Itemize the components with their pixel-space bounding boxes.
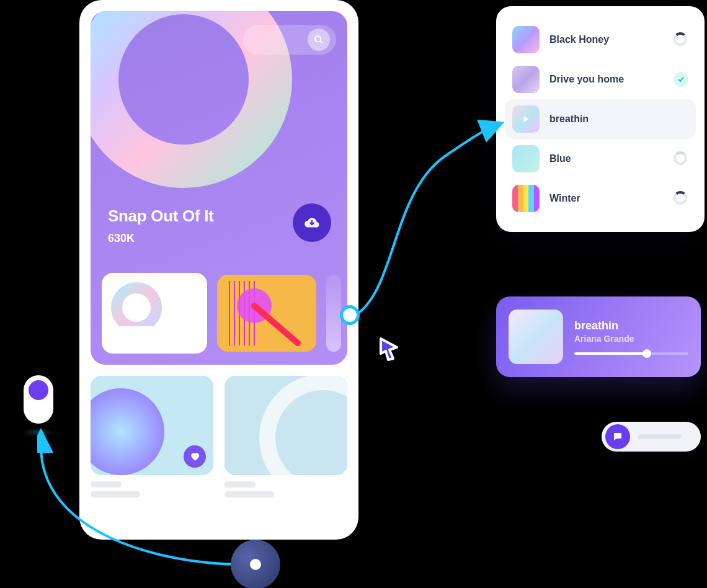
now-playing-thumbnail <box>509 310 563 364</box>
chat-button[interactable] <box>605 424 630 449</box>
download-button[interactable] <box>293 203 331 242</box>
connector-knob-dot <box>250 559 261 570</box>
check-icon <box>677 76 685 83</box>
skeleton-line <box>91 481 122 488</box>
tile-group <box>225 376 347 497</box>
track-thumbnail <box>512 105 540 133</box>
play-icon <box>522 115 530 123</box>
track-thumbnail <box>512 145 540 172</box>
track-row[interactable]: Blue <box>505 139 696 179</box>
hero-card: Snap Out Of It 630K <box>91 11 347 365</box>
now-playing-title: breathin <box>574 319 688 332</box>
grid-tile[interactable] <box>225 376 347 475</box>
track-row[interactable]: Winter <box>505 179 696 218</box>
skeleton-line <box>638 434 681 439</box>
loading-ring-icon <box>674 151 687 165</box>
search-icon <box>314 35 324 45</box>
grid-tile[interactable] <box>91 376 213 475</box>
toggle-glow <box>22 428 55 437</box>
hero-carousel[interactable] <box>102 273 341 354</box>
track-thumbnail <box>512 185 540 212</box>
now-playing-info: breathin Ariana Grande <box>574 319 688 355</box>
skeleton-line <box>91 491 140 497</box>
progress-bar[interactable] <box>574 352 688 355</box>
loading-ring-icon <box>674 191 687 205</box>
done-badge <box>674 72 688 87</box>
tile-meta <box>91 481 213 497</box>
carousel-card[interactable] <box>102 273 207 354</box>
carousel-card-peek[interactable] <box>326 275 341 352</box>
skeleton-line <box>225 491 274 497</box>
phone-frame: Snap Out Of It 630K <box>79 0 358 540</box>
toggle-switch[interactable] <box>24 375 53 424</box>
connector-knob <box>231 540 280 588</box>
now-playing-card[interactable]: breathin Ariana Grande <box>496 296 701 377</box>
chat-pill[interactable] <box>602 422 701 452</box>
track-status <box>674 72 688 87</box>
track-title: Winter <box>549 193 664 204</box>
track-status <box>674 191 688 206</box>
track-thumbnail <box>512 26 540 53</box>
track-title: Drive you home <box>549 74 664 85</box>
track-title: Black Honey <box>549 34 664 45</box>
thumbnail-artwork <box>105 277 167 326</box>
now-playing-artist: Ariana Grande <box>574 334 688 344</box>
connector-node <box>340 305 360 325</box>
hero-info: Snap Out Of It 630K <box>108 207 214 245</box>
track-row[interactable]: Black Honey <box>505 20 696 60</box>
hero-count: 630K <box>108 232 214 245</box>
thumbnail-artwork <box>217 275 316 352</box>
playlist-panel: Black Honey Drive you home breathin Blue… <box>496 6 705 232</box>
svg-line-2 <box>320 41 322 43</box>
svg-marker-17 <box>524 116 529 122</box>
cursor-icon <box>376 335 401 365</box>
track-thumbnail <box>512 66 540 93</box>
track-status <box>674 32 688 47</box>
tile-group <box>91 376 213 497</box>
track-row-selected[interactable]: breathin <box>505 99 696 139</box>
svg-point-3 <box>117 288 156 326</box>
progress-fill <box>574 352 645 355</box>
carousel-card[interactable] <box>217 275 316 352</box>
track-row[interactable]: Drive you home <box>505 60 696 99</box>
loading-ring-icon <box>674 32 687 46</box>
tile-grid <box>91 376 347 497</box>
heart-icon <box>190 452 200 461</box>
svg-point-1 <box>315 36 321 42</box>
track-status <box>674 151 688 166</box>
search-button[interactable] <box>308 29 330 51</box>
tile-meta <box>225 481 347 497</box>
chat-icon <box>612 431 623 442</box>
favorite-button[interactable] <box>184 445 206 468</box>
hero-title: Snap Out Of It <box>108 207 214 226</box>
search-pill[interactable] <box>243 25 336 55</box>
track-title: Blue <box>549 153 664 164</box>
tile-artwork <box>225 376 347 475</box>
cloud-download-icon <box>304 215 320 231</box>
toggle-handle <box>29 380 48 400</box>
connector-arrow <box>347 118 509 329</box>
track-title: breathin <box>549 114 688 125</box>
skeleton-line <box>225 481 256 488</box>
progress-knob[interactable] <box>643 349 651 358</box>
